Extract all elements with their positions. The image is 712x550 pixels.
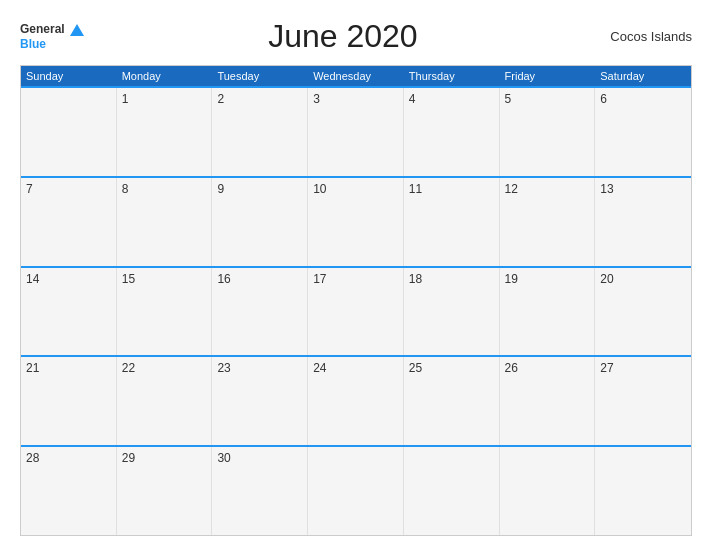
cell-w3-tue: 16 bbox=[212, 268, 308, 356]
cell-w4-sat: 27 bbox=[595, 357, 691, 445]
calendar-header: Sunday Monday Tuesday Wednesday Thursday… bbox=[21, 66, 691, 86]
cell-w2-fri: 12 bbox=[500, 178, 596, 266]
week-4: 21 22 23 24 25 26 27 bbox=[21, 355, 691, 445]
logo: General Blue bbox=[20, 22, 84, 51]
cell-w3-thu: 18 bbox=[404, 268, 500, 356]
col-sunday: Sunday bbox=[21, 66, 117, 86]
cell-w5-thu bbox=[404, 447, 500, 535]
week-5: 28 29 30 bbox=[21, 445, 691, 535]
calendar-title: June 2020 bbox=[84, 18, 602, 55]
cell-w2-tue: 9 bbox=[212, 178, 308, 266]
cell-w3-mon: 15 bbox=[117, 268, 213, 356]
col-wednesday: Wednesday bbox=[308, 66, 404, 86]
cell-w1-thu: 4 bbox=[404, 88, 500, 176]
week-2: 7 8 9 10 11 12 13 bbox=[21, 176, 691, 266]
logo-top: General bbox=[20, 22, 84, 36]
logo-blue-text: Blue bbox=[20, 37, 84, 51]
week-3: 14 15 16 17 18 19 20 bbox=[21, 266, 691, 356]
cell-w1-sun bbox=[21, 88, 117, 176]
cell-w4-sun: 21 bbox=[21, 357, 117, 445]
header: General Blue June 2020 Cocos Islands bbox=[20, 18, 692, 55]
cell-w4-thu: 25 bbox=[404, 357, 500, 445]
cell-w5-tue: 30 bbox=[212, 447, 308, 535]
cell-w2-sat: 13 bbox=[595, 178, 691, 266]
cell-w1-mon: 1 bbox=[117, 88, 213, 176]
cell-w4-fri: 26 bbox=[500, 357, 596, 445]
cell-w4-mon: 22 bbox=[117, 357, 213, 445]
col-friday: Friday bbox=[500, 66, 596, 86]
cell-w1-fri: 5 bbox=[500, 88, 596, 176]
cell-w1-tue: 2 bbox=[212, 88, 308, 176]
cell-w4-wed: 24 bbox=[308, 357, 404, 445]
cell-w1-wed: 3 bbox=[308, 88, 404, 176]
page: General Blue June 2020 Cocos Islands Sun… bbox=[0, 0, 712, 550]
col-monday: Monday bbox=[117, 66, 213, 86]
cell-w5-sun: 28 bbox=[21, 447, 117, 535]
col-saturday: Saturday bbox=[595, 66, 691, 86]
cell-w4-tue: 23 bbox=[212, 357, 308, 445]
cell-w5-sat bbox=[595, 447, 691, 535]
cell-w2-wed: 10 bbox=[308, 178, 404, 266]
col-thursday: Thursday bbox=[404, 66, 500, 86]
cell-w1-sat: 6 bbox=[595, 88, 691, 176]
col-tuesday: Tuesday bbox=[212, 66, 308, 86]
cell-w5-mon: 29 bbox=[117, 447, 213, 535]
region-label: Cocos Islands bbox=[602, 29, 692, 44]
calendar: Sunday Monday Tuesday Wednesday Thursday… bbox=[20, 65, 692, 536]
cell-w5-fri bbox=[500, 447, 596, 535]
cell-w3-sat: 20 bbox=[595, 268, 691, 356]
cell-w2-thu: 11 bbox=[404, 178, 500, 266]
logo-general-text: General bbox=[20, 22, 65, 36]
calendar-body: 1 2 3 4 5 6 7 8 9 10 11 12 13 14 15 16 bbox=[21, 86, 691, 535]
week-1: 1 2 3 4 5 6 bbox=[21, 86, 691, 176]
cell-w5-wed bbox=[308, 447, 404, 535]
cell-w3-fri: 19 bbox=[500, 268, 596, 356]
cell-w2-mon: 8 bbox=[117, 178, 213, 266]
cell-w3-sun: 14 bbox=[21, 268, 117, 356]
cell-w3-wed: 17 bbox=[308, 268, 404, 356]
cell-w2-sun: 7 bbox=[21, 178, 117, 266]
logo-triangle-icon bbox=[70, 24, 84, 36]
